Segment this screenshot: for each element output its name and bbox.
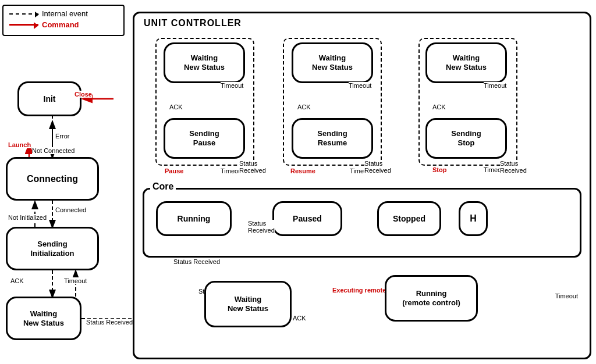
ack-resume-label: ACK bbox=[297, 104, 311, 110]
error-label: Error bbox=[55, 133, 69, 140]
stop-label: Stop bbox=[432, 166, 446, 173]
status-received-bottom-left-label: Status Received bbox=[86, 319, 133, 326]
timeout-remote-right-label: Timeout bbox=[555, 292, 578, 299]
core-label: Core bbox=[150, 181, 176, 192]
timeout-left-label: Timeout bbox=[64, 277, 87, 284]
legend-command-label: Command bbox=[42, 20, 79, 29]
connected-label: Connected bbox=[55, 206, 86, 213]
solid-arrow-icon bbox=[9, 24, 38, 26]
running-remote-state: Running(remote control) bbox=[385, 275, 478, 322]
status-received-paused-inner-label: StatusReceived bbox=[248, 220, 275, 234]
connecting-state: Connecting bbox=[6, 157, 99, 201]
pause-label: Pause bbox=[165, 167, 183, 174]
timeout-pause-label: Timeout bbox=[221, 82, 243, 89]
waiting-new-status-pause-state: WaitingNew Status bbox=[164, 42, 245, 83]
status-received-pause-label: StatusReceived bbox=[239, 160, 266, 174]
waiting-new-status-bottom-left-state: WaitingNew Status bbox=[6, 297, 81, 340]
not-initialized-label: Not Initialized bbox=[8, 214, 47, 221]
sending-initialization-state: SendingInitialization bbox=[6, 227, 99, 270]
ack-left-label: ACK bbox=[10, 277, 24, 284]
legend-internal-event-label: Internal event bbox=[42, 9, 88, 18]
ack-pause-label: ACK bbox=[169, 104, 183, 110]
ack-remote-label: ACK bbox=[293, 315, 306, 322]
status-received-stop-label: StatusReceived bbox=[500, 160, 527, 174]
waiting-new-status-remote-label: WaitingNew Status bbox=[228, 295, 268, 313]
waiting-new-status-stop-label: WaitingNew Status bbox=[446, 53, 487, 72]
sending-resume-label: SendingResume bbox=[317, 129, 347, 147]
timeout-resume-label: Timeout bbox=[349, 82, 371, 89]
resume-label: Resume bbox=[290, 167, 315, 174]
ack-stop-label: ACK bbox=[432, 104, 446, 110]
status-received-running-label: Status Received bbox=[173, 258, 220, 265]
sending-pause-label: SendingPause bbox=[189, 129, 219, 147]
timeout-stop-label: Timeout bbox=[484, 82, 506, 89]
sending-stop-label: SendingStop bbox=[451, 129, 481, 147]
status-received-resume-label: StatusReceived bbox=[364, 160, 391, 174]
h-label: H bbox=[470, 213, 477, 224]
unit-controller-box: UNIT CONTROLLER WaitingNew Status ACK Ti… bbox=[133, 12, 591, 359]
sending-init-label: SendingInitialization bbox=[30, 240, 74, 258]
dashed-arrow-icon bbox=[9, 13, 38, 15]
legend-box: Internal event Command bbox=[2, 5, 125, 36]
running-remote-label: Running(remote control) bbox=[402, 289, 460, 307]
paused-state: Paused bbox=[272, 201, 342, 236]
waiting-new-status-resume-state: WaitingNew Status bbox=[292, 42, 373, 83]
waiting-new-status-pause-label: WaitingNew Status bbox=[184, 53, 225, 72]
sending-pause-state: SendingPause bbox=[164, 118, 245, 159]
waiting-new-status-stop-state: WaitingNew Status bbox=[425, 42, 507, 83]
waiting-new-status-resume-label: WaitingNew Status bbox=[312, 53, 353, 72]
init-label: Init bbox=[44, 94, 56, 104]
unit-controller-title: UNIT CONTROLLER bbox=[144, 18, 242, 28]
running-state: Running bbox=[156, 201, 232, 236]
launch-label: Launch bbox=[8, 141, 31, 148]
close-label: Close bbox=[74, 91, 92, 98]
h-state: H bbox=[459, 201, 488, 236]
sending-resume-state: SendingResume bbox=[292, 118, 373, 159]
stopped-state: Stopped bbox=[377, 201, 441, 236]
waiting-new-status-bottom-left-label: WaitingNew Status bbox=[23, 309, 64, 327]
sending-stop-state: SendingStop bbox=[425, 118, 507, 159]
init-state: Init bbox=[17, 81, 81, 116]
paused-label: Paused bbox=[293, 214, 322, 224]
core-box: Core Running Paused Stopped H Status Rec… bbox=[143, 188, 581, 258]
stopped-label: Stopped bbox=[393, 214, 425, 224]
not-connected-label: Not Connected bbox=[32, 147, 74, 154]
diagram-container: Internal event Command bbox=[0, 0, 596, 364]
running-label: Running bbox=[178, 214, 211, 224]
waiting-new-status-remote-state: WaitingNew Status bbox=[204, 281, 292, 327]
connecting-label: Connecting bbox=[27, 173, 78, 184]
